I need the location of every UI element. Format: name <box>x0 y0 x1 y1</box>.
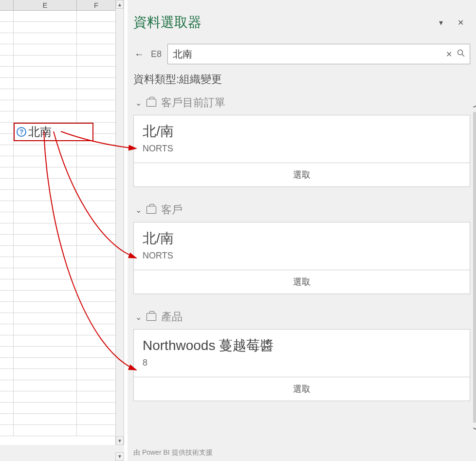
close-icon[interactable]: ✕ <box>451 18 470 27</box>
card-title-1: 北/南 <box>143 229 461 248</box>
grid-rows: // will be inserted after data load belo… <box>0 11 124 436</box>
grid-row[interactable] <box>0 67 124 78</box>
grid-row[interactable] <box>0 156 124 167</box>
grid-row[interactable] <box>0 89 124 100</box>
grid-row[interactable] <box>0 201 124 212</box>
briefcase-icon <box>146 206 156 214</box>
card-sub-2: 8 <box>143 358 461 368</box>
sheet-bottom-bar: ▼ <box>0 445 124 461</box>
grid-row[interactable] <box>0 55 124 67</box>
group-label-0: 客戶目前訂單 <box>161 95 225 110</box>
briefcase-icon <box>146 99 156 107</box>
grid-row[interactable] <box>0 347 124 358</box>
active-cell-text: 北南 <box>28 124 52 140</box>
grid-row[interactable] <box>0 403 124 414</box>
card-sub-0: NORTS <box>143 144 461 154</box>
scroll-down-icon[interactable]: ▼ <box>116 436 124 445</box>
grid-row[interactable] <box>0 358 124 369</box>
panel-header: 資料選取器 ▾ ✕ <box>133 0 470 39</box>
panel-scroll-up-icon[interactable]: ︿ <box>472 98 476 112</box>
card-title-0: 北/南 <box>143 122 461 141</box>
panel-scroll-track[interactable] <box>473 112 476 423</box>
grid-row[interactable] <box>0 291 124 302</box>
back-arrow-icon[interactable]: ← <box>133 49 145 60</box>
grid-row[interactable] <box>0 235 124 246</box>
grid-row[interactable] <box>0 100 124 111</box>
briefcase-icon <box>146 313 156 321</box>
grid-row[interactable] <box>0 302 124 313</box>
grid-row[interactable] <box>0 268 124 279</box>
chevron-down-icon[interactable]: ⌄ <box>135 313 142 322</box>
panel-options-icon[interactable]: ▾ <box>431 18 451 27</box>
grid-row[interactable] <box>0 167 124 179</box>
group-header-2[interactable]: ⌄ 產品 <box>133 306 470 329</box>
column-headers: E F <box>0 0 124 11</box>
col-header-e[interactable]: E <box>14 0 77 10</box>
search-icon[interactable] <box>457 49 465 59</box>
grid-row[interactable] <box>0 313 124 324</box>
grid-row[interactable] <box>0 380 124 391</box>
grid-row[interactable] <box>0 279 124 291</box>
card-title-2: Northwoods 蔓越莓醬 <box>143 336 461 355</box>
footer-text: 由 Power BI 提供技術支援 <box>133 448 213 457</box>
grid-row[interactable] <box>0 78 124 89</box>
grid-row[interactable] <box>0 257 124 268</box>
grid-row[interactable] <box>0 22 124 33</box>
grid-row[interactable] <box>0 391 124 403</box>
sheet-dropdown-icon[interactable]: ▼ <box>115 452 124 461</box>
chevron-down-icon[interactable]: ⌄ <box>135 98 142 108</box>
grid-row[interactable] <box>0 246 124 257</box>
search-input[interactable] <box>173 49 441 60</box>
group-label-2: 產品 <box>161 310 183 324</box>
group-header-1[interactable]: ⌄ 客戶 <box>133 199 470 222</box>
select-button-1[interactable]: 選取 <box>134 270 470 294</box>
results-area: ⌄ 客戶目前訂單 北/南 NORTS 選取 ⌄ 客戶 北/南 NORTS 選取 <box>133 92 470 432</box>
search-row: ← E8 ✕ <box>133 44 470 64</box>
grid-row[interactable] <box>0 44 124 55</box>
panel-scroll-down-icon[interactable]: ﹀ <box>472 423 476 436</box>
card-sub-1: NORTS <box>143 251 461 261</box>
grid-row[interactable] <box>0 111 124 123</box>
grid-row[interactable] <box>0 369 124 380</box>
svg-line-1 <box>462 55 465 57</box>
grid-row[interactable] <box>0 425 124 436</box>
grid-row[interactable] <box>0 190 124 201</box>
grid-row[interactable] <box>0 414 124 425</box>
chevron-down-icon[interactable]: ⌄ <box>135 205 142 215</box>
active-cell[interactable]: ? 北南 <box>14 123 93 141</box>
grid-row[interactable] <box>0 33 124 44</box>
col-header-f[interactable]: F <box>77 0 116 10</box>
spreadsheet-area: E F // will be inserted after data load … <box>0 0 124 461</box>
card-body-2: Northwoods 蔓越莓醬 8 <box>134 330 470 377</box>
result-card-2: Northwoods 蔓越莓醬 8 選取 <box>133 329 470 401</box>
data-type-label: 資料類型:組織變更 <box>133 72 470 87</box>
result-card-1: 北/南 NORTS 選取 <box>133 222 470 294</box>
grid-row[interactable] <box>0 335 124 347</box>
sheet-vertical-scrollbar[interactable]: ▲ ▼ <box>115 0 124 445</box>
scroll-track[interactable] <box>116 9 124 436</box>
clear-search-icon[interactable]: ✕ <box>446 50 452 59</box>
scroll-up-icon[interactable]: ▲ <box>116 0 124 9</box>
panel-scrollbar[interactable]: ︿ ﹀ <box>472 98 476 436</box>
cell-reference: E8 <box>151 49 162 59</box>
svg-point-0 <box>458 50 463 55</box>
question-icon: ? <box>17 127 26 137</box>
grid-row[interactable] <box>0 145 124 156</box>
card-body-0: 北/南 NORTS <box>134 115 470 163</box>
card-body-1: 北/南 NORTS <box>134 222 470 270</box>
grid-row[interactable] <box>0 324 124 335</box>
select-button-2[interactable]: 選取 <box>134 377 470 401</box>
grid-row[interactable] <box>0 179 124 190</box>
group-label-1: 客戶 <box>161 203 183 217</box>
grid-row[interactable] <box>0 212 124 223</box>
grid-row[interactable] <box>0 11 124 22</box>
data-selector-panel: 資料選取器 ▾ ✕ ← E8 ✕ 資料類型:組織變更 ⌄ 客戶目前訂單 北/南 … <box>128 0 476 461</box>
result-card-0: 北/南 NORTS 選取 <box>133 115 470 187</box>
select-button-0[interactable]: 選取 <box>134 163 470 186</box>
panel-title: 資料選取器 <box>133 13 431 32</box>
search-box[interactable]: ✕ <box>167 44 470 64</box>
col-header-blank <box>0 0 14 10</box>
group-header-0[interactable]: ⌄ 客戶目前訂單 <box>133 92 470 115</box>
grid-row[interactable] <box>0 223 124 235</box>
